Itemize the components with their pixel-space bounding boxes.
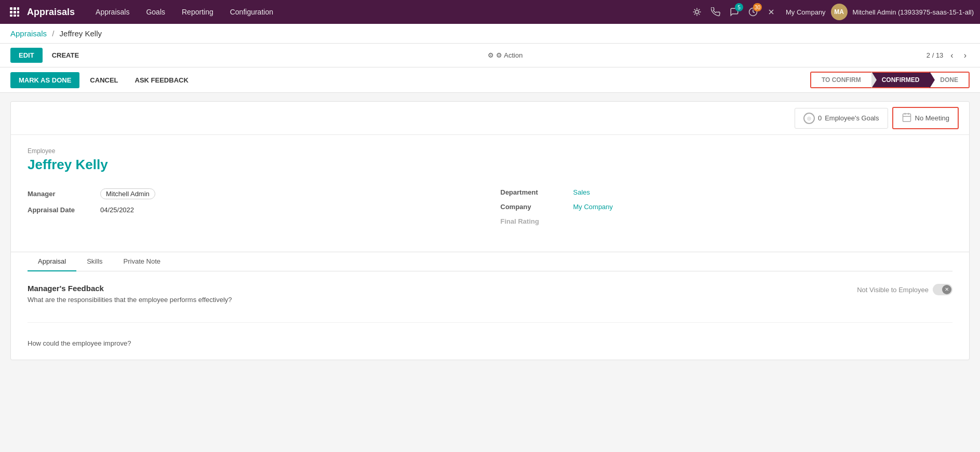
breadcrumb-current: Jeffrey Kelly: [60, 29, 102, 38]
action-center: ⚙ ⚙ Action: [88, 51, 922, 59]
company-value[interactable]: My Company: [573, 203, 613, 211]
cancel-button[interactable]: CANCEL: [84, 72, 124, 88]
employee-field-label: Employee: [28, 147, 952, 155]
final-rating-label: Final Rating: [501, 217, 573, 225]
pipeline-status: TO CONFIRM CONFIRMED DONE: [810, 72, 970, 88]
svg-rect-5: [17, 11, 19, 13]
department-row: Department Sales: [501, 185, 953, 200]
breadcrumb-separator: /: [52, 29, 54, 38]
clock-icon-button[interactable]: 30: [746, 5, 760, 19]
tab-appraisal[interactable]: Appraisal: [28, 252, 76, 271]
form-left-col: Manager Mitchell Admin Appraisal Date 04…: [28, 185, 480, 229]
action-menu-button[interactable]: ⚙ ⚙ Action: [488, 51, 522, 59]
visibility-toggle-area: Not Visible to Employee ✕: [857, 284, 952, 295]
gear-icon: ⚙: [488, 51, 494, 59]
clock-badge: 30: [753, 3, 762, 11]
form-section: Employee Jeffrey Kelly Manager Mitchell …: [11, 135, 969, 252]
action-label: ⚙ Action: [496, 51, 522, 59]
form-right-col: Department Sales Company My Company Fina…: [501, 185, 953, 229]
app-grid-icon[interactable]: [6, 4, 23, 20]
breadcrumb-parent-link[interactable]: Appraisals: [10, 29, 47, 38]
pipeline-step-done[interactable]: DONE: [930, 73, 969, 87]
record-card: ◎ 0 Employee's Goals No Meeting Employee: [10, 101, 970, 360]
status-bar: MARK AS DONE CANCEL ASK FEEDBACK TO CONF…: [0, 67, 980, 93]
improvement-section: How could the employee improve?: [28, 322, 952, 347]
manager-label: Manager: [28, 190, 100, 198]
goals-label: Employee's Goals: [825, 114, 879, 122]
tab-private-note[interactable]: Private Note: [113, 252, 171, 271]
department-value[interactable]: Sales: [573, 188, 590, 196]
department-label: Department: [501, 188, 573, 196]
company-label: Company: [501, 203, 573, 211]
svg-rect-8: [17, 15, 19, 17]
chat-badge: 5: [735, 3, 743, 11]
svg-rect-1: [14, 7, 16, 10]
goals-smart-button[interactable]: ◎ 0 Employee's Goals: [795, 108, 888, 129]
feedback-question1: What are the responsibilities that the e…: [28, 296, 232, 304]
calendar-icon: [902, 112, 912, 124]
feedback-header-row: Manager's Feedback What are the responsi…: [28, 284, 952, 312]
user-avatar[interactable]: MA: [831, 4, 848, 20]
breadcrumb: Appraisals / Jeffrey Kelly: [10, 29, 970, 38]
manager-value[interactable]: Mitchell Admin: [100, 188, 155, 199]
pager-next-button[interactable]: ›: [961, 50, 970, 61]
top-navigation: Appraisals Appraisals Goals Reporting Co…: [0, 0, 980, 24]
company-name[interactable]: My Company: [786, 8, 826, 16]
pager-text: 2 / 13: [927, 51, 944, 59]
smart-buttons-row: ◎ 0 Employee's Goals No Meeting: [11, 102, 969, 135]
bug-icon-button[interactable]: [690, 5, 704, 19]
appraisal-date-value: 04/25/2022: [100, 206, 134, 214]
pager-area: 2 / 13 ‹ ›: [927, 50, 970, 61]
goals-count: 0: [818, 114, 822, 122]
tab-content-appraisal: Manager's Feedback What are the responsi…: [11, 271, 969, 360]
feedback-title: Manager's Feedback: [28, 284, 232, 293]
improvement-question: How could the employee improve?: [28, 339, 952, 347]
svg-rect-6: [10, 15, 12, 17]
tab-skills[interactable]: Skills: [76, 252, 113, 271]
svg-point-9: [695, 10, 699, 13]
nav-menu: Appraisals Goals Reporting Configuration: [87, 0, 690, 24]
svg-rect-7: [14, 15, 16, 17]
company-row: Company My Company: [501, 200, 953, 214]
tabs-list: Appraisal Skills Private Note: [28, 252, 952, 271]
meeting-label: No Meeting: [915, 114, 949, 122]
pipeline-step-to-confirm[interactable]: TO CONFIRM: [811, 73, 871, 87]
close-icon-button[interactable]: [765, 6, 777, 18]
svg-rect-4: [14, 11, 16, 13]
create-button[interactable]: CREATE: [47, 48, 84, 63]
tabs-container: Appraisal Skills Private Note: [11, 252, 969, 271]
svg-rect-3: [10, 11, 12, 13]
appraisal-date-row: Appraisal Date 04/25/2022: [28, 203, 480, 217]
target-icon: ◎: [803, 113, 815, 124]
nav-item-configuration[interactable]: Configuration: [222, 0, 281, 24]
nav-item-appraisals[interactable]: Appraisals: [87, 0, 138, 24]
username[interactable]: Mitchell Admin (13933975-saas-15-1-all): [853, 8, 974, 16]
nav-right-icons: 5 30 My Company MA Mitchell Admin (13933…: [690, 4, 974, 20]
nav-item-goals[interactable]: Goals: [138, 0, 173, 24]
action-bar: EDIT CREATE ⚙ ⚙ Action 2 / 13 ‹ ›: [0, 44, 980, 67]
visibility-label: Not Visible to Employee: [857, 286, 929, 294]
final-rating-row: Final Rating: [501, 214, 953, 229]
appraisal-date-label: Appraisal Date: [28, 206, 100, 214]
mark-as-done-button[interactable]: MARK AS DONE: [10, 72, 79, 88]
pipeline-step-confirmed[interactable]: CONFIRMED: [871, 73, 930, 87]
svg-rect-13: [903, 114, 910, 121]
app-title: Appraisals: [27, 7, 75, 18]
chat-icon-button[interactable]: 5: [728, 5, 741, 19]
phone-icon-button[interactable]: [709, 5, 722, 19]
employee-name: Jeffrey Kelly: [28, 157, 952, 173]
nav-item-reporting[interactable]: Reporting: [173, 0, 222, 24]
edit-button[interactable]: EDIT: [10, 48, 43, 63]
breadcrumb-bar: Appraisals / Jeffrey Kelly: [0, 24, 980, 44]
svg-rect-0: [10, 7, 12, 10]
main-content: ◎ 0 Employee's Goals No Meeting Employee: [0, 93, 980, 368]
svg-rect-2: [17, 7, 19, 10]
ask-feedback-button[interactable]: ASK FEEDBACK: [129, 72, 195, 88]
pager-prev-button[interactable]: ‹: [947, 50, 956, 61]
manager-row: Manager Mitchell Admin: [28, 185, 480, 203]
no-meeting-smart-button[interactable]: No Meeting: [892, 107, 959, 129]
feedback-left: Manager's Feedback What are the responsi…: [28, 284, 232, 312]
form-grid: Manager Mitchell Admin Appraisal Date 04…: [28, 185, 952, 229]
visibility-toggle[interactable]: ✕: [933, 284, 952, 295]
